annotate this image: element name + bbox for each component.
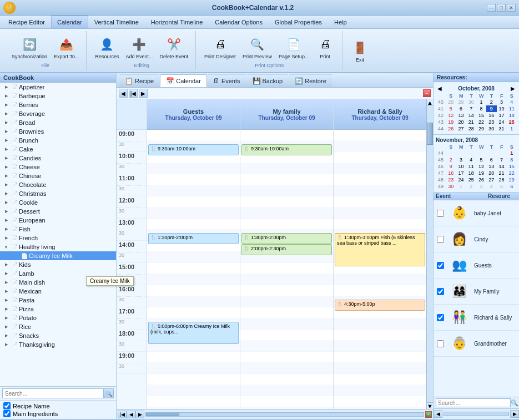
close-button[interactable]: ✕ [507, 4, 516, 12]
cal-day-9[interactable]: 9 [486, 105, 496, 112]
sidebar-item-christmas[interactable]: ▶📄Christmas [0, 189, 116, 198]
event-g3[interactable]: 🍴5:00pm-6:00pm Creamy Ice Milk (milk, cu… [148, 322, 239, 344]
tab-events[interactable]: 🗓 Events [207, 74, 246, 87]
cal-day-18[interactable]: 18 [466, 170, 476, 176]
cal-day-29[interactable]: 29 [507, 176, 517, 183]
mini-cal-prev-button[interactable]: ◀ [436, 84, 444, 92]
sidebar-item-appetizer[interactable]: ▶📄Appetizer [0, 83, 116, 92]
scroll-down-button[interactable]: ▼ [427, 402, 433, 409]
cal-day-30[interactable]: 30 [466, 99, 476, 105]
main-ingredients-checkbox[interactable] [3, 410, 11, 417]
sidebar-item-rice[interactable]: ▶📄Rice [0, 322, 116, 331]
sidebar-item-french[interactable]: ▶📄French [0, 234, 116, 242]
cal-day-4[interactable]: 4 [466, 156, 476, 163]
cal-day-9[interactable]: 9 [446, 163, 456, 170]
event-f1[interactable]: 🍴9:30am-10:00am [241, 144, 332, 155]
cal-day-1[interactable]: 1 [507, 125, 517, 132]
cal-day-5[interactable]: 5 [476, 156, 486, 163]
menu-global-properties[interactable]: Global Properties [269, 16, 328, 28]
cal-day-8[interactable]: 8 [507, 156, 517, 163]
resource-check-richard_sally[interactable] [437, 314, 444, 321]
sidebar-item-snacks[interactable]: ▶📄Snacks [0, 331, 116, 340]
cal-day-20[interactable]: 20 [456, 119, 466, 125]
sidebar-item-cookie[interactable]: ▶📄Cookie [0, 198, 116, 207]
sidebar-item-chinese[interactable]: ▶📄Chinese [0, 171, 116, 180]
v-scrollbar[interactable]: ▲ ▼ [426, 99, 433, 409]
cal-day-3[interactable]: 3 [456, 156, 466, 163]
cal-prev-button[interactable]: ◀ [119, 89, 128, 98]
cal-day-16[interactable]: 16 [486, 112, 496, 119]
cal-day-21[interactable]: 21 [466, 119, 476, 125]
cal-day-5[interactable]: 5 [446, 105, 456, 112]
cal-day-28[interactable]: 28 [497, 176, 507, 183]
event-f3[interactable]: 🍴2:00pm-2:30pm [241, 244, 332, 255]
sidebar-item-fish[interactable]: ▶📄Fish [0, 225, 116, 234]
resource-check-guests[interactable] [437, 262, 444, 269]
mini-cal-next-button[interactable]: ▶ [509, 84, 517, 92]
cal-day-11[interactable]: 11 [507, 105, 517, 112]
cal-day-22[interactable]: 22 [476, 119, 486, 125]
cal-day-20[interactable]: 20 [486, 170, 496, 176]
event-f2[interactable]: 🍴1:30pm-2:00pm [241, 233, 332, 244]
resource-check-grandmother[interactable] [437, 340, 444, 347]
cal-day-13[interactable]: 13 [456, 112, 466, 119]
event-r1[interactable]: 🍴1:30pm-3:00pm Fish (6 skinless sea bass… [335, 233, 425, 266]
cal-day-21[interactable]: 21 [497, 170, 507, 176]
recipe-name-checkbox[interactable] [3, 402, 11, 409]
tab-recipe[interactable]: 📋 Recipe [119, 74, 160, 87]
cal-day-3[interactable]: 3 [497, 99, 507, 105]
resource-check-my_family[interactable] [437, 288, 444, 295]
cal-day-4[interactable]: 4 [507, 99, 517, 105]
sidebar-item-european[interactable]: ▶📄European [0, 216, 116, 225]
cal-day-17[interactable]: 17 [497, 112, 507, 119]
resource-check-baby_janet[interactable] [437, 210, 444, 217]
cal-day-15[interactable]: 15 [507, 163, 517, 170]
cal-day-19[interactable]: 19 [476, 170, 486, 176]
export-button[interactable]: 📤 Export To... [51, 33, 82, 62]
cal-day-1[interactable]: 1 [476, 99, 486, 105]
sidebar-item-potato[interactable]: ▶📄Potato [0, 313, 116, 322]
cal-day-18[interactable]: 18 [507, 112, 517, 119]
cal-day-30[interactable]: 30 [486, 125, 496, 132]
sidebar-item-chocolate[interactable]: ▶📄Chocolate [0, 180, 116, 189]
add-event-button[interactable]: ➕ Add Event... [123, 33, 155, 62]
cal-day-25[interactable]: 25 [507, 119, 517, 125]
menu-calendar-options[interactable]: Calendar Options [209, 16, 269, 28]
cal-day-23[interactable]: 23 [486, 119, 496, 125]
exit-button[interactable]: 🚪 Exit [348, 37, 372, 65]
menu-recipe-editor[interactable]: Recipe Editor [2, 16, 51, 28]
cal-next-button[interactable]: ▶ [139, 89, 148, 98]
event-g2[interactable]: 🍴1:30pm-2:00pm [148, 233, 239, 244]
cal-day-28[interactable]: 28 [446, 99, 456, 105]
print-button[interactable]: 🖨 Print [313, 33, 337, 62]
cal-day-26[interactable]: 26 [476, 176, 486, 183]
cal-day-13[interactable]: 13 [486, 163, 496, 170]
cal-day-3[interactable]: 3 [476, 183, 486, 190]
cal-day-15[interactable]: 15 [476, 112, 486, 119]
sidebar-item-pasta[interactable]: ▶📄Pasta [0, 296, 116, 305]
maximize-button[interactable]: □ [497, 4, 506, 12]
sidebar-item-pizza[interactable]: ▶📄Pizza [0, 305, 116, 313]
tab-restore[interactable]: 🔄 Restore [289, 74, 332, 87]
sidebar-item-beverage[interactable]: ▶📄Beverage [0, 109, 116, 118]
delete-event-button[interactable]: ✂️ Delete Event [157, 33, 191, 62]
cal-day-17[interactable]: 17 [456, 170, 466, 176]
sync-button[interactable]: 🔄 Synchronization [9, 33, 50, 62]
cal-day-8[interactable]: 8 [476, 105, 486, 112]
cal-day-14[interactable]: 14 [466, 112, 476, 119]
cal-day-12[interactable]: 12 [476, 163, 486, 170]
cal-nav-start[interactable]: |◀ [129, 89, 138, 98]
r-scrollbar-track[interactable] [444, 412, 509, 416]
menu-horizontal-timeline[interactable]: Horizontal Timeline [145, 16, 209, 28]
cal-day-26[interactable]: 26 [446, 125, 456, 132]
sidebar-search-button[interactable]: 🔍 [104, 388, 114, 398]
cal-day-2[interactable]: 2 [486, 99, 496, 105]
h-scroll-prev[interactable]: ◀ [127, 411, 135, 418]
cal-day-11[interactable]: 11 [466, 163, 476, 170]
cal-day-7[interactable]: 7 [466, 105, 476, 112]
sidebar-item-thanksgiving[interactable]: ▶📄Thanksgiving [0, 340, 116, 349]
menu-vertical-timeline[interactable]: Vertical Timeline [88, 16, 145, 28]
sidebar-item-cake[interactable]: ▶📄Cake [0, 145, 116, 154]
cal-day-6[interactable]: 6 [507, 183, 517, 190]
cal-day-27[interactable]: 27 [486, 176, 496, 183]
